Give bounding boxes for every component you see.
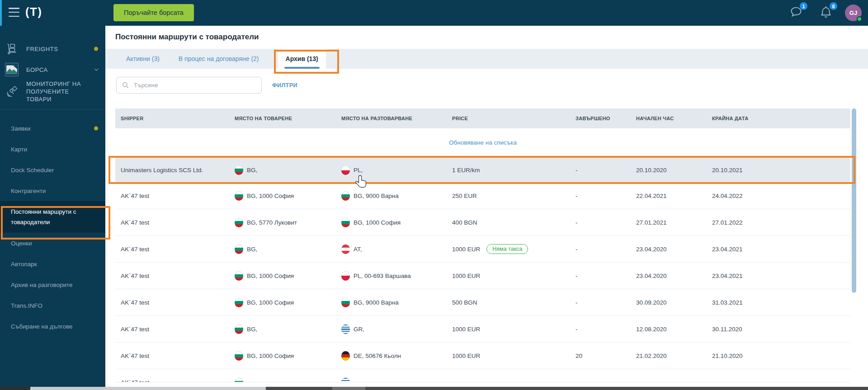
tab-bar: Активни (3)В процес на договаряне (2)Арх… (105, 49, 868, 69)
location-text: BG, 1000 София (247, 193, 294, 199)
cell-start-date: 21.02.2020 (636, 352, 712, 359)
flag-bg-icon (235, 244, 243, 254)
price-text: 250 EUR (452, 193, 477, 199)
cell-completed: - (576, 273, 636, 279)
sidebar-item[interactable]: Събиране на дългове (0, 316, 105, 337)
price-text: 500 BGN (452, 299, 477, 306)
sidebar-item[interactable]: Dock Scheduler (0, 160, 105, 180)
horizontal-scrollbar[interactable] (0, 387, 868, 390)
table-header: SHIPPERМЯСТО НА ТОВАРЕНЕМЯСТО НА РАЗТОВА… (115, 108, 850, 128)
sidebar-menu: ЗаявкиКартиDock SchedulerКонтрагентиПост… (0, 110, 105, 337)
flag-bg-icon (235, 351, 243, 361)
flag-bg-icon (235, 191, 243, 201)
scrollbar-thumb[interactable] (30, 387, 266, 390)
tab[interactable]: Архив (13) (278, 49, 326, 69)
refresh-link[interactable]: Обновяване на списъка (449, 139, 517, 146)
cell-unloading-place: GR, (341, 324, 452, 334)
cell-unloading-place: BG, 1000 София (341, 218, 452, 227)
logo: (T) (25, 5, 42, 19)
cell-unloading-place (341, 378, 452, 383)
cell-completed: - (576, 193, 636, 199)
table-row[interactable]: AK`47 testBG,GR,1000 EUR-12.08.202030.11… (115, 316, 850, 343)
sidebar-item[interactable]: FREIGHTS (0, 38, 105, 59)
flag-de-icon (341, 351, 350, 361)
sidebar-item[interactable]: Постоянни маршрути с товародатели (0, 201, 105, 233)
exchange-icon (5, 63, 19, 76)
cell-end-date: 21.10.2020 (712, 352, 850, 359)
cell-loading-place: BG, 1000 София (235, 191, 341, 201)
sidebar-item[interactable]: Контрагенти (0, 180, 105, 201)
cell-completed: - (576, 246, 636, 253)
cell-start-date: 22.04.2021 (636, 193, 712, 199)
flag-gr-icon (341, 324, 350, 334)
unread-dot (94, 127, 98, 131)
cell-price: 1000 EUR (452, 273, 576, 279)
vertical-scrollbar[interactable] (852, 108, 856, 293)
hamburger-menu-icon[interactable] (9, 8, 19, 17)
cell-price: 400 BGN (452, 219, 576, 226)
sidebar-item[interactable]: БОРСА (0, 59, 105, 80)
sidebar-item-label: Събиране на дългове (11, 321, 72, 332)
flag-bg-icon (235, 324, 243, 334)
price-text: 1000 EUR (452, 326, 480, 333)
price-text: 400 BGN (452, 219, 477, 226)
cell-completed: - (576, 167, 636, 174)
scrollbar-segment (332, 387, 365, 390)
sidebar-item-label: МОНИТОРИНГ НА ПОЛУЧЕНИТЕ ТОВАРИ (26, 80, 90, 103)
table-row[interactable]: AK`47 testBG, 5770 ЛуковитBG, 1000 София… (115, 209, 850, 236)
sidebar-item[interactable]: Trans.INFO (0, 295, 105, 316)
filters-link[interactable]: ФИЛТРИ (272, 82, 297, 89)
table-row[interactable]: AK`47 testBG, 1000 СофияDE, 50676 Кьолн1… (115, 343, 850, 369)
cell-shipper: AK`47 test (115, 273, 235, 279)
cell-end-date: 27.01.2022 (712, 219, 850, 226)
location-text: BG, 1000 София (354, 219, 401, 226)
cell-loading-place: BG, 1000 София (235, 271, 341, 281)
cell-shipper: AK`47 test (115, 193, 235, 199)
flag-bg-icon (341, 298, 350, 307)
flag-bg-icon (235, 298, 243, 307)
table-row[interactable]: AK`47 testBG,AT,1000 EURНяма такса-23.04… (115, 236, 850, 263)
tab[interactable]: В процес на договаряне (2) (179, 49, 259, 69)
cell-price: 1000 EURНяма такса (452, 244, 576, 254)
location-text: BG, 1000 София (247, 299, 294, 306)
location-text: GR, (354, 326, 364, 333)
cell-loading-place: BG, (235, 165, 341, 175)
sidebar-item[interactable]: МОНИТОРИНГ НА ПОЛУЧЕНИТЕ ТОВАРИ (0, 80, 105, 103)
column-header: КРАЙНА ДАТА (712, 116, 850, 121)
notifications-button[interactable]: 8 (819, 5, 834, 19)
sidebar-item[interactable]: Карти (0, 139, 105, 160)
sidebar-top-group: FREIGHTSБОРСАМОНИТОРИНГ НА ПОЛУЧЕНИТЕ ТО… (0, 38, 105, 103)
location-text: BG, (247, 167, 257, 174)
cell-start-date: 23.04.2020 (636, 273, 712, 279)
cell-unloading-place: AT, (341, 244, 452, 254)
sidebar-item[interactable]: Заявки (0, 118, 105, 139)
satellite-icon (5, 85, 19, 99)
price-text: 1000 EUR (452, 246, 480, 253)
bell-icon (819, 12, 833, 20)
chat-button[interactable]: 1 (789, 5, 804, 19)
sidebar-item[interactable]: Оценки (0, 233, 105, 254)
sidebar: FREIGHTSБОРСАМОНИТОРИНГ НА ПОЛУЧЕНИТЕ ТО… (0, 26, 105, 387)
no-fee-badge: Няма такса (486, 244, 528, 254)
table-row[interactable]: AK`47 test (115, 369, 850, 382)
table-row[interactable]: Unimasters Logistics SCS Ltd.BG,PL,1 EUR… (115, 157, 850, 183)
avatar[interactable]: GJ (845, 5, 862, 21)
order-exchange-button[interactable]: Поръчайте борсата (113, 4, 194, 21)
column-header: МЯСТО НА ТОВАРЕНЕ (235, 116, 341, 121)
location-text: PL, (354, 167, 363, 174)
cell-shipper: AK`47 test (115, 219, 235, 226)
table-row[interactable]: AK`47 testBG, 1000 СофияPL, 00-693 Варша… (115, 263, 850, 289)
table-row[interactable]: AK`47 testBG, 1000 СофияBG, 9000 Варна25… (115, 183, 850, 209)
unread-dot (94, 47, 98, 51)
cell-start-date: 20.10.2020 (636, 167, 712, 174)
flag-bg-icon (341, 191, 350, 201)
table-row[interactable]: AK`47 testBG, 1000 СофияBG, 9000 Варна50… (115, 289, 850, 316)
search-input[interactable] (116, 77, 262, 94)
sidebar-item[interactable]: Автопарк (0, 254, 105, 274)
sidebar-item[interactable]: Архив на разговорите (0, 274, 105, 295)
refresh-row: Обновяване на списъка (115, 128, 850, 157)
cell-unloading-place: BG, 9000 Варна (341, 298, 452, 307)
location-text: BG, 9000 Варна (354, 299, 399, 306)
tab[interactable]: Активни (3) (126, 49, 160, 69)
sidebar-item-label: Заявки (11, 123, 31, 134)
